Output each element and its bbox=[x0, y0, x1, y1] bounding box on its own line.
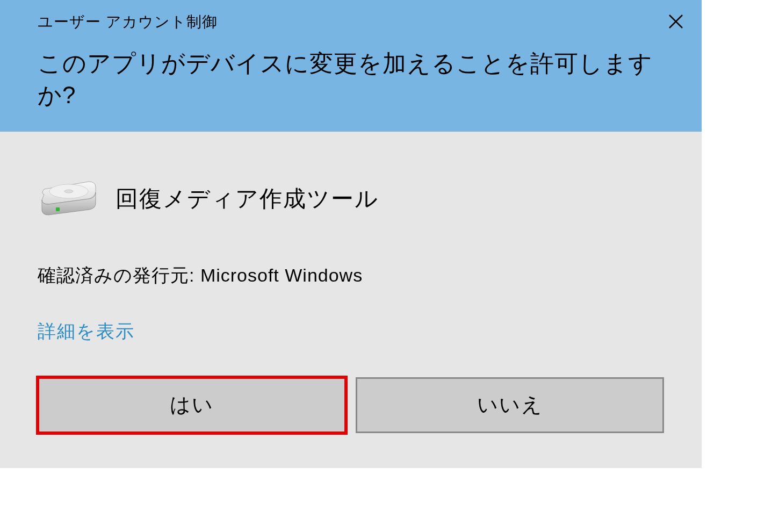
no-button[interactable]: いいえ bbox=[356, 377, 664, 433]
yes-button[interactable]: はい bbox=[38, 377, 346, 433]
dialog-header: ユーザー アカウント制御 このアプリがデバイスに変更を加えることを許可しますか? bbox=[0, 0, 702, 132]
close-icon bbox=[668, 13, 683, 32]
app-name: 回復メディア作成ツール bbox=[116, 184, 379, 214]
dialog-question: このアプリがデバイスに変更を加えることを許可しますか? bbox=[38, 47, 686, 111]
uac-dialog: ユーザー アカウント制御 このアプリがデバイスに変更を加えることを許可しますか? bbox=[0, 0, 702, 468]
show-details-link[interactable]: 詳細を表示 bbox=[38, 319, 135, 344]
svg-point-3 bbox=[64, 190, 73, 193]
app-info-row: 回復メディア作成ツール bbox=[38, 177, 664, 220]
no-button-label: いいえ bbox=[477, 391, 543, 419]
button-row: はい いいえ bbox=[38, 377, 664, 433]
yes-button-label: はい bbox=[170, 391, 214, 419]
drive-icon bbox=[38, 177, 99, 220]
dialog-body: 回復メディア作成ツール 確認済みの発行元: Microsoft Windows … bbox=[0, 132, 702, 468]
close-button[interactable] bbox=[665, 12, 687, 33]
svg-rect-4 bbox=[56, 207, 60, 211]
dialog-title: ユーザー アカウント制御 bbox=[38, 12, 686, 32]
publisher-info: 確認済みの発行元: Microsoft Windows bbox=[38, 263, 664, 288]
